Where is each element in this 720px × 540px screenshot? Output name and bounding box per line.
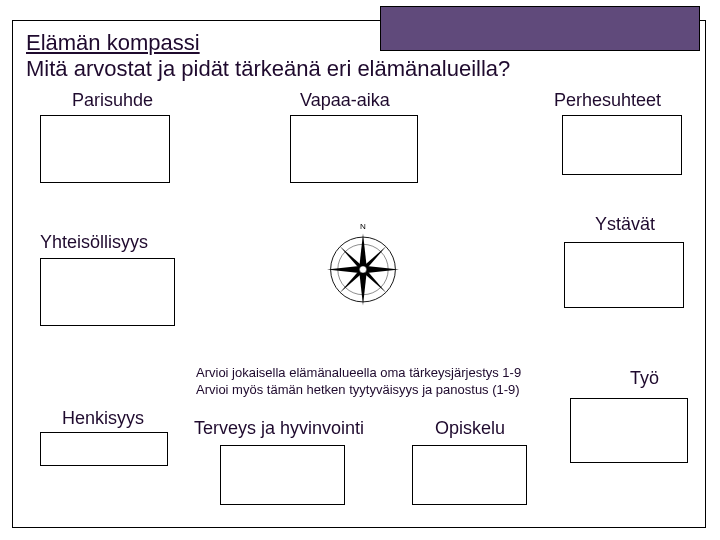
- box-perhesuhteet[interactable]: [562, 115, 682, 175]
- box-ystavat[interactable]: [564, 242, 684, 308]
- label-opiskelu: Opiskelu: [435, 418, 505, 439]
- label-yhteisollisyys: Yhteisöllisyys: [40, 232, 148, 253]
- label-perhesuhteet: Perhesuhteet: [554, 90, 661, 111]
- svg-marker-3: [359, 234, 366, 270]
- page-subtitle: Mitä arvostat ja pidät tärkeänä eri eläm…: [26, 56, 510, 82]
- label-parisuhde: Parisuhde: [72, 90, 153, 111]
- svg-marker-10: [363, 270, 386, 293]
- box-vapaa-aika[interactable]: [290, 115, 418, 183]
- instruction-line-2: Arvioi myös tämän hetken tyytyväisyys ja…: [196, 382, 520, 399]
- label-ystavat: Ystävät: [595, 214, 655, 235]
- svg-point-11: [359, 266, 366, 273]
- instruction-line-1: Arvioi jokaisella elämänalueella oma tär…: [196, 365, 521, 382]
- page-title: Elämän kompassi: [26, 30, 200, 56]
- svg-text:N: N: [360, 222, 366, 231]
- box-yhteisollisyys[interactable]: [40, 258, 175, 326]
- svg-marker-7: [340, 246, 363, 269]
- label-henkisyys: Henkisyys: [62, 408, 144, 429]
- label-vapaa-aika: Vapaa-aika: [300, 90, 390, 111]
- svg-marker-4: [359, 270, 366, 306]
- box-terveys[interactable]: [220, 445, 345, 505]
- svg-marker-8: [363, 246, 386, 269]
- box-parisuhde[interactable]: [40, 115, 170, 183]
- svg-marker-9: [340, 270, 363, 293]
- label-tyo: Työ: [630, 368, 659, 389]
- slide: Elämän kompassi Mitä arvostat ja pidät t…: [0, 0, 720, 540]
- compass-icon: N: [318, 220, 408, 310]
- decorative-header-box: [380, 6, 700, 51]
- svg-marker-6: [363, 266, 399, 273]
- box-opiskelu[interactable]: [412, 445, 527, 505]
- box-henkisyys[interactable]: [40, 432, 168, 466]
- label-terveys: Terveys ja hyvinvointi: [194, 418, 364, 439]
- svg-marker-5: [327, 266, 363, 273]
- box-tyo[interactable]: [570, 398, 688, 463]
